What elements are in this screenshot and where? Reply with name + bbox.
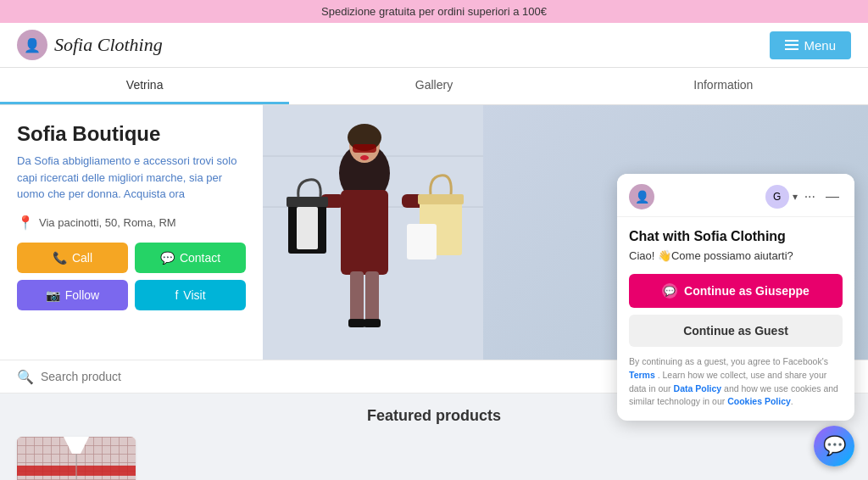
logo-avatar: 👤 (17, 30, 47, 60)
boutique-address: 📍 Via pacinotti, 50, Roma, RM (17, 215, 246, 231)
chat-minimize-button[interactable]: — (822, 187, 843, 206)
visit-button[interactable]: f Visit (135, 280, 246, 310)
nav-tabs: Vetrina Gallery Information (0, 68, 868, 105)
logo-area: 👤 Sofia Clothing (17, 30, 163, 60)
address-text: Via pacinotti, 50, Roma, RM (39, 216, 176, 229)
banner-text: Spedizione gratuita per ordini superiori… (321, 5, 547, 18)
continue-guest-label: Continue as Guest (683, 324, 788, 338)
tab-information[interactable]: Information (579, 68, 868, 104)
chat-header: 👤 G ▾ ··· — (617, 174, 854, 217)
call-button[interactable]: 📞 Call (17, 243, 128, 273)
chat-user-avatar: G (765, 185, 789, 209)
top-banner: Spedizione gratuita per ordini superiori… (0, 0, 868, 23)
svg-rect-7 (341, 190, 388, 275)
facebook-icon: f (175, 288, 178, 302)
menu-button[interactable]: Menu (770, 31, 851, 59)
menu-label: Menu (804, 38, 836, 53)
action-buttons: 📞 Call 💬 Contact 📷 Follow f Visit (17, 243, 246, 310)
chat-greeting: Ciao! 👋Come possiamo aiutarti? (629, 249, 843, 262)
menu-icon (785, 40, 798, 50)
chat-body: Chat with Sofia Clothing Ciao! 👋Come pos… (617, 217, 854, 421)
tab-gallery[interactable]: Gallery (289, 68, 578, 104)
logo-text: Sofia Clothing (54, 34, 163, 56)
product-image (17, 437, 136, 480)
product-card[interactable] (17, 437, 136, 480)
svg-point-8 (360, 155, 369, 160)
svg-rect-13 (297, 207, 318, 249)
chat-title: Chat with Sofia Clothing (629, 229, 843, 244)
tab-vetrina[interactable]: Vetrina (0, 68, 289, 104)
chat-store-avatar: 👤 (629, 184, 654, 209)
chat-popup: 👤 G ▾ ··· — Chat with Sofia Clothing Cia… (617, 174, 854, 421)
messenger-icon: 💬 (823, 435, 846, 457)
chat-header-left: 👤 (629, 184, 654, 209)
svg-rect-16 (407, 224, 437, 260)
phone-icon: 📞 (53, 251, 67, 265)
facebook-messenger-icon: 💬 (662, 283, 677, 299)
svg-rect-6 (353, 144, 376, 153)
boutique-description: Da Sofia abbigliamento e accessori trovi… (17, 153, 246, 203)
svg-rect-20 (364, 319, 381, 327)
contact-button[interactable]: 💬 Contact (135, 243, 246, 273)
cookies-policy-link[interactable]: Cookies Policy (727, 396, 791, 406)
follow-button[interactable]: 📷 Follow (17, 280, 128, 310)
continue-giuseppe-label: Continue as Giuseppe (684, 284, 810, 298)
chevron-down-icon: ▾ (793, 191, 798, 203)
chat-header-right: G ▾ ··· — (765, 185, 843, 209)
continue-giuseppe-button[interactable]: 💬 Continue as Giuseppe (629, 274, 843, 308)
svg-rect-18 (365, 271, 379, 322)
instagram-icon: 📷 (46, 288, 60, 302)
svg-rect-12 (287, 197, 328, 207)
chat-disclaimer: By continuing as a guest, you agree to F… (629, 355, 843, 409)
header: 👤 Sofia Clothing Menu (0, 23, 868, 68)
search-icon: 🔍 (17, 369, 34, 385)
svg-rect-19 (348, 319, 365, 327)
left-panel: Sofia Boutique Da Sofia abbigliamento e … (0, 105, 263, 360)
product-grid (17, 437, 851, 480)
location-icon: 📍 (17, 215, 34, 231)
chat-more-button[interactable]: ··· (801, 187, 819, 206)
whatsapp-icon: 💬 (160, 251, 175, 265)
boutique-title: Sofia Boutique (17, 122, 246, 146)
svg-rect-15 (418, 194, 464, 204)
terms-link[interactable]: Terms (629, 370, 655, 380)
messenger-fab[interactable]: 💬 (814, 426, 854, 466)
continue-guest-button[interactable]: Continue as Guest (629, 315, 843, 347)
svg-rect-17 (350, 271, 364, 322)
data-policy-link[interactable]: Data Policy (674, 383, 722, 393)
